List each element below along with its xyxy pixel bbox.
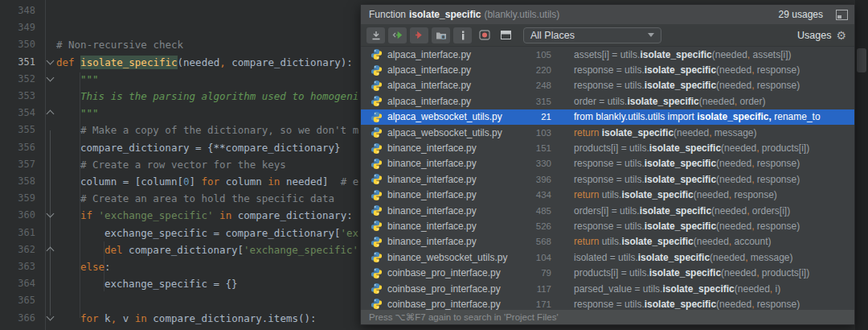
usage-symbol-qualifier: (blankly.utils.utils) xyxy=(484,9,559,20)
usage-row[interactable]: binance_interface.py485orders[i] = utils… xyxy=(361,203,854,218)
code-text: """ xyxy=(56,71,99,88)
usage-code-preview: return utils.isolate_specific(needed, ac… xyxy=(574,236,850,247)
usage-line-number: 526 xyxy=(514,221,558,231)
python-file-icon xyxy=(371,189,383,201)
popup-footer: Press ⌥⌘F7 again to search in 'Project F… xyxy=(361,310,854,324)
find-usages-popup: Function isolate_specific (blankly.utils… xyxy=(360,4,855,325)
line-number: 350 xyxy=(0,36,35,53)
usage-file-name: binance_interface.py xyxy=(387,205,514,217)
usage-row[interactable]: binance_interface.py434return utils.isol… xyxy=(361,188,854,203)
python-file-icon xyxy=(371,298,383,310)
usage-code-preview: order = utils.isolate_specific(needed, o… xyxy=(574,96,850,107)
usage-line-number: 330 xyxy=(514,159,558,168)
fold-marker-icon[interactable] xyxy=(46,107,55,117)
usage-row[interactable]: coinbase_pro_interface.py79products[i] =… xyxy=(361,265,854,280)
scope-filter-dropdown[interactable]: All Places xyxy=(523,27,661,43)
code-text: for k, v in compare_dictionary.items(): xyxy=(56,310,317,327)
usage-code-preview: products[i] = utils.isolate_specific(nee… xyxy=(574,267,850,278)
fold-marker-icon[interactable] xyxy=(46,312,55,322)
usage-line-number: 485 xyxy=(514,206,558,216)
python-file-icon xyxy=(371,48,383,60)
code-text: isolated = [] xyxy=(56,327,183,330)
line-number: 361 xyxy=(0,225,35,241)
editor-scrollbar-thumb[interactable] xyxy=(857,48,866,72)
line-number: 367 xyxy=(0,327,35,330)
usage-file-name: coinbase_pro_interface.py xyxy=(387,283,514,295)
usage-row[interactable]: binance_websocket_utils.py104isolated = … xyxy=(361,250,854,265)
fold-marker-icon[interactable] xyxy=(46,209,55,219)
code-text: """ xyxy=(56,105,99,122)
usage-row[interactable]: alpaca_interface.py315order = utils.isol… xyxy=(361,93,854,109)
code-text: # Create a row vector for the keys xyxy=(56,156,286,173)
usage-code-preview: assets[i] = utils.isolate_specific(neede… xyxy=(574,49,850,60)
next-occurrence-icon[interactable] xyxy=(410,27,428,43)
usage-file-name: binance_interface.py xyxy=(387,142,514,154)
fold-marker-icon[interactable] xyxy=(46,244,55,254)
usage-code-preview: response = utils.isolate_specific(needed… xyxy=(574,64,850,76)
usage-code-preview: response = utils.isolate_specific(needed… xyxy=(574,174,850,185)
scope-filter-value: All Places xyxy=(530,30,575,41)
usage-file-name: alpaca_interface.py xyxy=(387,80,514,91)
usage-row[interactable]: alpaca_interface.py248response = utils.i… xyxy=(361,78,854,93)
python-file-icon xyxy=(371,283,383,295)
code-text: del compare_dictionary['exchange_specifi… xyxy=(56,241,358,258)
open-toolwindow-icon[interactable] xyxy=(366,27,385,43)
editor-line[interactable]: 367isolated = [] xyxy=(0,327,868,330)
line-number: 364 xyxy=(0,275,35,292)
previous-occurrence-icon[interactable] xyxy=(388,27,407,43)
usage-row[interactable]: binance_interface.py396response = utils.… xyxy=(361,171,854,187)
popup-header[interactable]: Function isolate_specific (blankly.utils… xyxy=(361,5,854,24)
fold-marker-icon[interactable] xyxy=(46,56,55,66)
footer-hint-text: Press ⌥⌘F7 again to search in 'Project F… xyxy=(369,311,559,323)
python-file-icon xyxy=(371,251,383,263)
usage-row[interactable]: alpaca_interface.py220response = utils.i… xyxy=(361,62,854,77)
fold-marker-icon[interactable] xyxy=(46,73,55,83)
usage-count-badge: 29 usages xyxy=(779,9,823,20)
gear-icon[interactable]: ⚙ xyxy=(836,30,846,41)
usage-line-number: 117 xyxy=(514,284,558,294)
usages-list: alpaca_interface.py105assets[i] = utils.… xyxy=(361,47,854,310)
line-number: 355 xyxy=(0,122,35,138)
usage-row[interactable]: coinbase_pro_interface.py117parsed_value… xyxy=(361,281,854,296)
usage-file-name: binance_interface.py xyxy=(387,236,514,247)
usage-file-name: coinbase_pro_interface.py xyxy=(387,299,514,310)
usage-row[interactable]: alpaca_websocket_utils.py21from blankly.… xyxy=(361,109,854,125)
usage-row[interactable]: binance_interface.py330response = utils.… xyxy=(361,156,854,171)
python-file-icon xyxy=(371,142,383,155)
python-file-icon xyxy=(371,236,383,248)
usage-row[interactable]: alpaca_websocket_utils.py103return isola… xyxy=(361,125,854,140)
usage-row[interactable]: binance_interface.py526response = utils.… xyxy=(361,218,854,233)
usage-row[interactable]: alpaca_interface.py105assets[i] = utils.… xyxy=(361,47,854,62)
usage-line-number: 315 xyxy=(514,97,558,106)
info-icon[interactable] xyxy=(453,27,472,43)
line-number: 359 xyxy=(0,190,35,207)
usage-code-preview: response = utils.isolate_specific(needed… xyxy=(574,221,850,232)
usage-file-name: binance_interface.py xyxy=(387,174,514,185)
open-in-window-icon[interactable] xyxy=(836,10,848,20)
preview-editor-icon[interactable] xyxy=(497,27,515,43)
usage-row[interactable]: binance_interface.py568return utils.isol… xyxy=(361,234,854,250)
record-icon[interactable] xyxy=(475,27,493,43)
python-file-icon xyxy=(371,267,383,279)
popup-toolbar: All Places Usages ⚙ xyxy=(361,24,854,47)
usage-row[interactable]: coinbase_pro_interface.py171response = u… xyxy=(361,296,854,310)
usage-line-number: 434 xyxy=(514,190,558,200)
usage-code-preview: orders[i] = utils.isolate_specific(neede… xyxy=(574,205,850,217)
code-text: def isolate_specific(needed, compare_dic… xyxy=(56,54,353,71)
usage-code-preview: response = utils.isolate_specific(needed… xyxy=(574,80,850,91)
line-number: 363 xyxy=(0,258,35,275)
usage-line-number: 104 xyxy=(514,253,558,262)
usage-line-number: 568 xyxy=(514,237,558,246)
usage-code-preview: return isolate_specific(needed, message) xyxy=(574,127,850,138)
usage-file-name: binance_interface.py xyxy=(387,158,514,169)
code-text: compare_dictionary = {**compare_dictiona… xyxy=(56,139,341,156)
line-number: 366 xyxy=(0,310,35,327)
usage-line-number: 151 xyxy=(514,143,558,153)
group-by-folder-icon[interactable] xyxy=(432,27,450,43)
python-file-icon xyxy=(371,204,383,217)
usage-code-preview: return utils.isolate_specific(needed, re… xyxy=(574,189,850,200)
code-text: else: xyxy=(56,258,111,275)
python-file-icon xyxy=(371,64,383,76)
line-number: 365 xyxy=(0,292,35,309)
usage-row[interactable]: binance_interface.py151products[i] = uti… xyxy=(361,140,854,155)
